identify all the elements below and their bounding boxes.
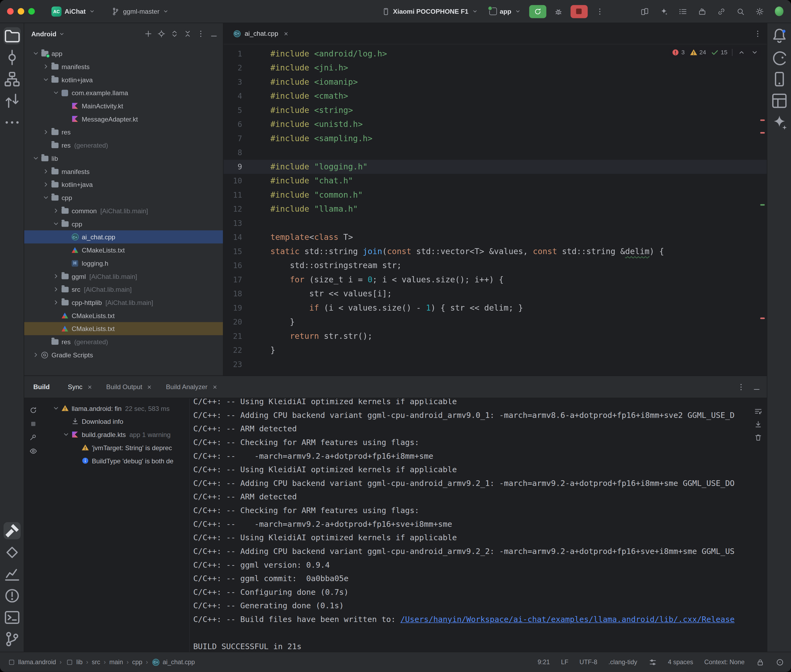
device-pairing-button[interactable] — [638, 4, 651, 18]
hide-tool-window-icon[interactable] — [752, 382, 761, 391]
more-horizontal-tool-button[interactable] — [3, 114, 21, 131]
tree-item-mainactivity-kt[interactable]: MainActivity.kt — [24, 99, 223, 112]
structure-tool-button[interactable] — [3, 70, 21, 88]
tree-item-app[interactable]: app — [24, 47, 223, 60]
close-icon[interactable] — [210, 382, 219, 391]
error-stripe-mark[interactable] — [761, 132, 765, 134]
tree-item-cmakelists-txt[interactable]: CMakeLists.txt — [24, 243, 223, 256]
tree-item-ai-chat-cpp[interactable]: C+ai_chat.cpp — [24, 230, 223, 244]
tree-item-buildtype-debug-is-both-de[interactable]: BuildType 'debug' is both de — [46, 454, 189, 467]
build-tool-button[interactable] — [3, 522, 21, 539]
git-tool-button[interactable] — [3, 630, 21, 648]
build-options-icon[interactable] — [736, 382, 745, 391]
scroll-end-icon[interactable] — [754, 420, 762, 428]
error-stripe-mark[interactable] — [761, 318, 765, 319]
indent-widget[interactable]: 4 spaces — [668, 659, 693, 666]
error-stripe-mark[interactable] — [761, 204, 765, 206]
tree-item-src[interactable]: src[AiChat.lib.main] — [24, 283, 223, 296]
tree-item-lib[interactable]: lib — [24, 152, 223, 165]
tree-item-kotlin-java[interactable]: kotlin+java — [24, 73, 223, 86]
tab-ai-chat-cpp[interactable]: C+ ai_chat.cpp — [228, 23, 295, 44]
breadcrumb-item-lib[interactable]: lib — [65, 658, 83, 666]
analysis-status-widget[interactable] — [775, 658, 784, 666]
tree-item-gradle-scripts[interactable]: GGradle Scripts — [24, 348, 223, 362]
tab-sync[interactable]: Sync — [63, 376, 99, 398]
tree-item-cmakelists-txt[interactable]: CMakeLists.txt — [24, 309, 223, 322]
tree-item-common[interactable]: common[AiChat.lib.main] — [24, 204, 223, 217]
next-problem-icon[interactable] — [750, 48, 759, 56]
close-window-button[interactable] — [7, 8, 13, 14]
commit-tool-button[interactable] — [3, 49, 21, 66]
tree-item-res[interactable]: res(generated) — [24, 335, 223, 348]
console-file-link[interactable]: /Users/hanyin/Workspace/ai-chat/examples… — [401, 615, 735, 624]
ai-assistant-button[interactable] — [657, 4, 671, 18]
gradle-tool-button[interactable] — [770, 49, 788, 66]
layout-inspector-tool-button[interactable] — [770, 92, 788, 109]
expand-all-icon[interactable] — [170, 30, 179, 38]
more-vertical-icon[interactable] — [196, 30, 205, 38]
lock-widget[interactable] — [756, 658, 764, 666]
breadcrumb-item-cpp[interactable]: cpp — [132, 659, 142, 666]
device-selector[interactable]: Xiaomi POCOPHONE F1 — [379, 4, 481, 19]
build-console[interactable]: C/C++: -- Using KleidiAI optimized kerne… — [189, 399, 767, 652]
formatter-widget[interactable] — [648, 658, 657, 666]
tree-item-logging-h[interactable]: Hlogging.h — [24, 256, 223, 270]
search-button[interactable] — [733, 4, 748, 18]
zoom-window-button[interactable] — [28, 8, 35, 14]
tree-item-manifests[interactable]: manifests — [24, 165, 223, 178]
tree-item-com-example-llama[interactable]: com.example.llama — [24, 86, 223, 99]
hide-icon[interactable] — [209, 30, 218, 38]
debug-button[interactable] — [551, 4, 565, 18]
settings-button[interactable] — [753, 4, 767, 18]
add-icon[interactable] — [144, 30, 152, 38]
error-stripe-mark[interactable] — [761, 119, 765, 121]
encoding-selector[interactable]: UTF-8 — [579, 659, 597, 666]
tree-item-download-info[interactable]: Download info — [46, 415, 189, 428]
profiler-tool-button[interactable] — [3, 565, 21, 583]
stop-button[interactable] — [570, 5, 587, 18]
collapse-all-icon[interactable] — [183, 30, 192, 38]
tree-item-llama-android-fin[interactable]: llama.android: fin22 sec, 583 ms — [46, 402, 189, 415]
terminal-tool-button[interactable] — [3, 609, 21, 626]
close-icon[interactable] — [86, 382, 94, 391]
breadcrumb-item-ai-chat-cpp[interactable]: C+ai_chat.cpp — [151, 658, 195, 666]
tab-build-analyzer[interactable]: Build Analyzer — [161, 376, 224, 398]
project-selector[interactable]: AC AiChat — [48, 4, 98, 19]
code-area[interactable]: 1#include <android/log.h>2#include <jni.… — [223, 45, 767, 376]
editor-options-icon[interactable] — [753, 29, 762, 38]
pull-requests-tool-button[interactable] — [3, 92, 21, 109]
rerun-icon[interactable] — [29, 406, 37, 414]
tree-item-kotlin-java[interactable]: kotlin+java — [24, 178, 223, 191]
minimize-window-button[interactable] — [18, 8, 24, 14]
prev-problem-icon[interactable] — [737, 48, 746, 56]
breadcrumb-item-src[interactable]: src — [92, 659, 100, 666]
line-ending-selector[interactable]: LF — [561, 659, 568, 666]
tree-item-cpp[interactable]: cpp — [24, 217, 223, 230]
branch-selector[interactable]: ggml-master — [109, 4, 172, 19]
pin-icon[interactable] — [29, 433, 37, 442]
stop-icon[interactable] — [29, 419, 37, 428]
context-widget[interactable]: Context: None — [704, 659, 745, 666]
app-quality-insights-tool-button[interactable] — [3, 544, 21, 561]
notifications-tool-button[interactable] — [770, 27, 788, 44]
breadcrumb-item-main[interactable]: main — [109, 659, 123, 666]
eye-icon[interactable] — [29, 446, 37, 455]
task-list-button[interactable] — [676, 4, 690, 18]
inspections-widget[interactable]: 3 24 15 — [669, 47, 761, 57]
build-tool-window-title[interactable]: Build — [34, 383, 50, 391]
plugins-button[interactable] — [695, 4, 709, 18]
problems-tool-button[interactable] — [3, 587, 21, 605]
run-button[interactable] — [529, 5, 546, 18]
tree-item-cpp-httplib[interactable]: cpp-httplib[AiChat.lib.main] — [24, 296, 223, 309]
device-explorer-tool-button[interactable] — [770, 70, 788, 88]
project-tool-button[interactable] — [3, 27, 21, 44]
more-run-actions-button[interactable] — [593, 4, 606, 18]
tree-item-build-gradle-kts[interactable]: build.gradle.ktsapp 1 warning — [46, 428, 189, 441]
tree-item-jvmtarget-string-is-deprec[interactable]: 'jvmTarget: String' is deprec — [46, 441, 189, 454]
ai-assistant-tool-button[interactable] — [770, 114, 788, 131]
link-button[interactable] — [714, 4, 728, 18]
breadcrumb-item-llama-android[interactable]: llama.android — [7, 658, 56, 666]
tree-item-res[interactable]: res — [24, 126, 223, 139]
project-view-selector[interactable]: Android — [31, 30, 56, 38]
tree-item-messageadapter-kt[interactable]: MessageAdapter.kt — [24, 112, 223, 126]
